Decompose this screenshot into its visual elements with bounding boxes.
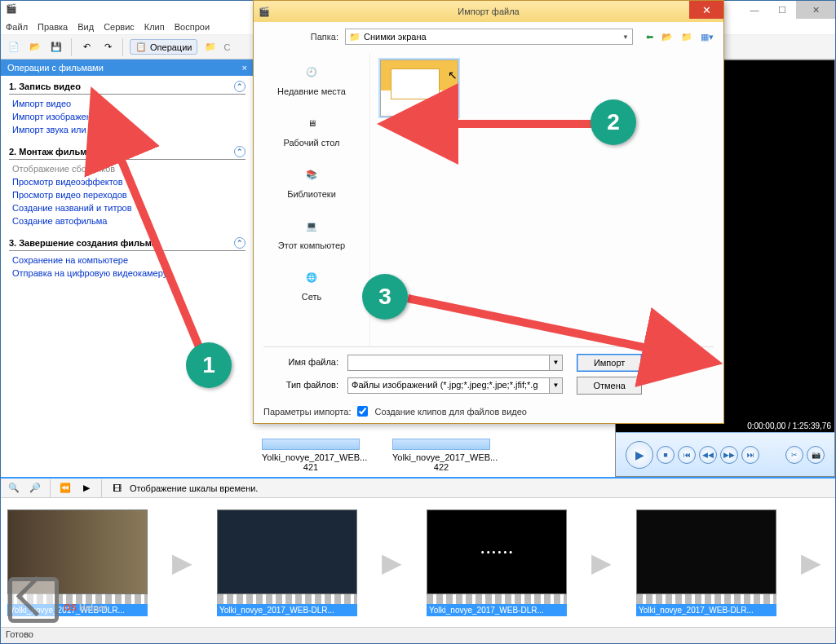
next-button[interactable]: ⏭ (741, 446, 759, 464)
transition-slot[interactable]: ▶ (801, 547, 821, 578)
save-icon[interactable]: 💾 (48, 39, 64, 55)
storyboard-slot[interactable]: • • • • • •Yolki_novye_2017_WEB-DLR... (427, 509, 567, 616)
clip-thumbnail (392, 439, 490, 450)
timeline-toolbar: 🔍 🔎 ⏪ ▶ 🎞 Отображение шкалы времени. (1, 477, 835, 498)
menu-edit[interactable]: Правка (38, 22, 68, 32)
place-computer[interactable]: 💻Этот компьютер (278, 214, 345, 250)
link-import-video[interactable]: Импорт видео (9, 97, 245, 110)
annotation-badge-2: 2 (591, 99, 636, 145)
storyboard[interactable]: Yolki_novye_2017_WEB-DLR... ▶ Yolki_novy… (1, 498, 835, 627)
transition-slot[interactable]: ▶ (172, 547, 192, 578)
menu-play[interactable]: Воспрои (175, 22, 210, 32)
timeline-mode-label[interactable]: Отображение шкалы времени. (130, 483, 258, 493)
rewind-button[interactable]: ◀◀ (699, 446, 717, 464)
operations-button[interactable]: 📋 Операции (130, 39, 197, 55)
dialog-close-button[interactable]: ✕ (689, 1, 723, 19)
forward-button[interactable]: ▶▶ (720, 446, 738, 464)
tasks-icon: 📋 (135, 42, 147, 52)
transition-slot[interactable]: ▶ (591, 547, 612, 578)
annotation-badge-3: 3 (362, 274, 408, 320)
folder-icon: 📁 (349, 32, 360, 42)
chevron-up-icon[interactable]: ⌃ (234, 81, 245, 92)
section-1-title[interactable]: 1. Запись видео⌃ (9, 81, 245, 95)
storyboard-slot[interactable]: Yolki_novye_2017_WEB-DLR... (217, 509, 357, 616)
menu-file[interactable]: Файл (6, 22, 28, 32)
dialog-titlebar[interactable]: 🎬 Импорт файла ✕ (254, 1, 723, 22)
place-desktop[interactable]: 🖥Рабочий стол (283, 111, 339, 148)
zoom-in-icon[interactable]: 🔍 (6, 480, 22, 496)
filename-label: Имя файла: (263, 357, 338, 367)
place-recThat[interactable]: 🕘Недавние места (277, 60, 346, 96)
logo-icon (8, 577, 59, 623)
clip-thumbnail (262, 439, 360, 450)
link-import-images[interactable]: Импорт изображений (9, 110, 245, 123)
rewind-tl-icon[interactable]: ⏪ (57, 480, 73, 496)
back-icon[interactable]: ⬅ (646, 32, 653, 42)
play-button[interactable]: ▶ (626, 441, 653, 469)
folder-label: Папка: (263, 32, 338, 42)
filetype-dropdown-icon[interactable]: ▼ (550, 377, 563, 394)
redo-icon[interactable]: ↷ (100, 39, 116, 55)
maximize-button[interactable]: ☐ (768, 1, 796, 19)
place-libraries[interactable]: 📚Библиотеки (287, 162, 336, 199)
menu-tools[interactable]: Сервис (104, 22, 135, 32)
annotation-arrow-1 (106, 139, 237, 377)
chevron-down-icon: ▼ (622, 33, 629, 41)
snapshot-button[interactable]: 📷 (807, 446, 825, 464)
place-network[interactable]: 🌐Сеть (296, 265, 327, 302)
app-icon: 🎬 (6, 3, 17, 14)
cancel-button[interactable]: Отмена (577, 377, 642, 395)
up-icon[interactable]: 📂 (661, 32, 673, 42)
split-button[interactable]: ✂ (785, 446, 803, 464)
view-menu-icon[interactable]: ▦▾ (701, 32, 714, 42)
transition-slot[interactable]: ▶ (382, 547, 402, 578)
play-tl-icon[interactable]: ▶ (78, 480, 95, 496)
menu-clip[interactable]: Клип (144, 22, 165, 32)
zoom-out-icon[interactable]: 🔎 (27, 480, 43, 496)
close-button[interactable]: ✕ (796, 1, 835, 19)
clip-item[interactable]: Yolki_novye_2017_WEB... 422 (392, 439, 490, 472)
filetype-select[interactable]: Файлы изображений (*.jpg;*.jpeg;*.jpe;*.… (347, 377, 550, 394)
collections-icon[interactable]: 📁 (202, 39, 219, 55)
annotation-arrow-3 (400, 287, 669, 362)
new-folder-icon[interactable]: 📁 (681, 32, 692, 42)
storyboard-icon[interactable]: 🎞 (108, 480, 125, 496)
sidebar-close-icon[interactable]: × (242, 63, 247, 73)
svg-line-2 (408, 298, 659, 351)
minimize-button[interactable]: — (741, 1, 768, 19)
svg-line-0 (116, 147, 204, 359)
annotation-arrow-2 (432, 108, 604, 142)
undo-icon[interactable]: ↶ (78, 39, 95, 55)
watermark-logo: OS Helper (8, 577, 107, 623)
link-import-audio[interactable]: Импорт звука или музыки (9, 123, 245, 136)
menu-view[interactable]: Вид (77, 22, 94, 32)
storyboard-slot[interactable]: Yolki_novye_2017_WEB-DLR... (636, 509, 776, 616)
stop-button[interactable]: ■ (657, 446, 675, 464)
folder-dropdown[interactable]: 📁 Снимки экрана ▼ (345, 29, 633, 45)
create-clips-checkbox[interactable] (357, 406, 368, 417)
places-bar: 🕘Недавние места 🖥Рабочий стол 📚Библиотек… (263, 53, 360, 346)
prev-button[interactable]: ⏮ (678, 446, 696, 464)
filetype-label: Тип файлов: (263, 380, 338, 390)
open-icon[interactable]: 📂 (27, 39, 43, 55)
dialog-icon: 🎬 (259, 7, 270, 17)
cursor-icon: ↖ (448, 68, 458, 82)
collection-dropdown-icon[interactable]: С (223, 42, 230, 52)
create-clips-label: Создание клипов для файлов видео (374, 407, 527, 417)
preview-timecode: 0:00:00,00 / 1:25:39,76 (747, 421, 831, 430)
import-options-label: Параметры импорта: (263, 407, 351, 417)
clip-item[interactable]: Yolki_novye_2017_WEB... 421 (262, 439, 360, 472)
statusbar: Готово (1, 627, 835, 643)
annotation-badge-1: 1 (186, 342, 232, 388)
new-icon[interactable]: 📄 (6, 39, 22, 55)
sidebar-header: Операции с фильмами × (1, 60, 254, 76)
player-controls: ▶ ■ ⏮ ◀◀ ▶▶ ⏭ ✂ 📷 (616, 432, 834, 476)
